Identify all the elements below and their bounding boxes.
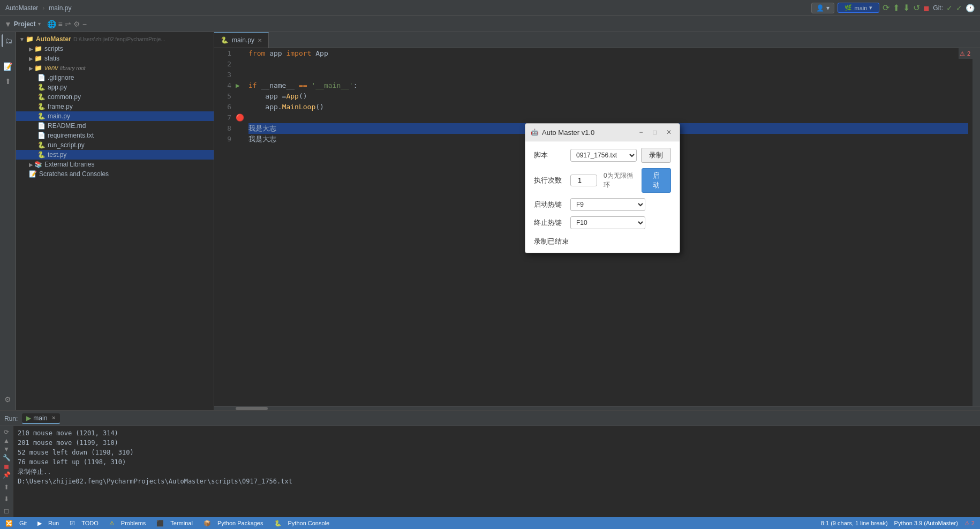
console-line-2: 201 mouse move (1199, 310)	[18, 438, 976, 448]
status-packages-icon[interactable]: 📦	[203, 520, 211, 527]
status-git-icon[interactable]: 🔀	[5, 520, 13, 527]
tree-item-readme[interactable]: 📄 README.md	[16, 121, 214, 131]
settings-icon[interactable]: ⚙	[73, 20, 80, 28]
root-chevron: ▼	[19, 36, 25, 42]
code-line-1: from app import App	[248, 48, 968, 59]
tree-item-scripts[interactable]: ▶ 📁 scripts	[16, 44, 214, 54]
dialog-exec-hint: 0为无限循环	[604, 171, 637, 190]
tab-bar: 🐍 main.py ✕	[214, 32, 980, 48]
status-python: Python 3.9 (AutoMaster)	[894, 520, 958, 527]
app-py-icon: 🐍	[37, 84, 46, 91]
gutter-icons: ▶ 🔴	[236, 48, 244, 406]
editor-tab-main[interactable]: 🐍 main.py ✕	[214, 32, 269, 48]
refresh-icon[interactable]: ↺	[913, 3, 920, 13]
common-py-label: common.py	[48, 93, 81, 101]
scratches-label: Scratches and Consoles	[39, 170, 109, 178]
stop-icon[interactable]: ◼	[923, 4, 930, 12]
project-label[interactable]: Project	[14, 20, 36, 28]
code-line-3	[248, 70, 968, 80]
toolbar: ▼ Project ▾ 🌐 ≡ ⇌ ⚙ −	[0, 16, 980, 32]
dialog-maximize-btn[interactable]: □	[650, 127, 660, 138]
statis-label: statis	[44, 55, 59, 62]
dialog-record-btn[interactable]: 录制	[641, 148, 671, 163]
status-run-icon[interactable]: ▶	[37, 520, 42, 527]
build-icon[interactable]: ⬆	[893, 3, 900, 13]
console-more-down[interactable]: ⬇	[1, 494, 12, 504]
console-rerun-btn[interactable]: ⟳	[1, 428, 12, 436]
bottom-tab-run[interactable]: ▶ main ✕	[22, 413, 60, 424]
dialog-stop-hotkey-select[interactable]: F1F2F3F4 F5F6F7F8 F9F10F11F12	[570, 216, 645, 229]
download-icon[interactable]: ⬇	[903, 3, 910, 13]
app-name: AutoMaster	[5, 4, 38, 12]
run-script-label: run_script.py	[48, 141, 85, 149]
console-scroll-down-btn[interactable]: ▼	[1, 445, 12, 453]
status-todo-icon[interactable]: ☑	[70, 520, 75, 527]
dialog-script-row: 脚本 0917_1756.txt 0917_1800.txt custom.tx…	[534, 148, 671, 163]
file-tree: ▼ 📁 AutoMaster D:\Users\zhijie02.feng\Py…	[16, 32, 214, 410]
console-pin-btn[interactable]: 📌	[1, 471, 12, 479]
error-counter: ⚠ 2	[959, 48, 980, 59]
dialog-start-hotkey-select[interactable]: F1F2F3F4 F5F6F7F8 F9F10F11F12	[570, 198, 645, 211]
run-line4-btn[interactable]: ▶	[236, 80, 244, 91]
pull-requests-icon[interactable]: ⬆	[2, 75, 14, 88]
scrollbar-thumb	[236, 407, 268, 410]
editor-scrollbar-x[interactable]	[214, 406, 980, 410]
dialog-close-btn[interactable]: ✕	[664, 127, 674, 138]
project-activity-icon[interactable]: 🗂	[2, 34, 14, 47]
tree-item-statis[interactable]: ▶ 📁 statis	[16, 54, 214, 63]
tree-item-gitignore[interactable]: 📄 .gitignore	[16, 73, 214, 82]
scripts-label: scripts	[44, 45, 63, 52]
tree-item-app[interactable]: 🐍 app.py	[16, 82, 214, 92]
user-menu[interactable]: 👤 ▾	[811, 3, 834, 13]
project-dropdown-icon[interactable]: ▼	[4, 20, 12, 28]
dialog-stop-hotkey-row: 终止热键 F1F2F3F4 F5F6F7F8 F9F10F11F12	[534, 216, 671, 229]
status-console-icon[interactable]: 🐍	[274, 520, 282, 527]
dialog-title-icon: 🤖	[531, 129, 539, 136]
tree-item-common[interactable]: 🐍 common.py	[16, 92, 214, 102]
branch-selector[interactable]: 🌿 main ▾	[838, 3, 879, 13]
run-tab-label: main	[33, 414, 47, 422]
tree-item-external[interactable]: ▶ 📚 External Libraries	[16, 160, 214, 169]
filter-icon[interactable]: ⇌	[65, 20, 71, 28]
dialog-exec-input[interactable]	[570, 175, 597, 186]
branch-icon: 🌿	[845, 4, 852, 11]
console-more-up[interactable]: ⬆	[1, 482, 12, 493]
code-line-6: app.MainLoop()	[248, 102, 968, 112]
console-stop-btn[interactable]: ◼	[1, 463, 12, 470]
commit-activity-icon[interactable]: 📝	[2, 60, 14, 73]
code-line-4: if __name__ == '__main__':	[248, 80, 968, 91]
dialog-start-btn[interactable]: 启动	[642, 168, 671, 193]
dialog-script-select[interactable]: 0917_1756.txt 0917_1800.txt custom.txt	[570, 149, 637, 162]
tree-item-requirements[interactable]: 📄 requirements.txt	[16, 131, 214, 140]
main-py-label: main.py	[48, 112, 70, 120]
console-content: 210 mouse move (1201, 314) 201 mouse mov…	[13, 426, 980, 517]
settings-activity-icon[interactable]: ⚙	[2, 393, 14, 406]
locate-icon[interactable]: 🌐	[47, 20, 56, 28]
dialog-stop-hotkey-label: 终止热键	[534, 218, 566, 228]
tree-root[interactable]: ▼ 📁 AutoMaster D:\Users\zhijie02.feng\Py…	[16, 34, 214, 44]
tree-item-venv[interactable]: ▶ 📁 venv library root	[16, 63, 214, 73]
user-chevron: ▾	[826, 4, 830, 12]
tab-close-btn[interactable]: ✕	[258, 37, 262, 43]
venv-chevron: ▶	[29, 65, 33, 71]
git-clock: 🕐	[966, 4, 975, 12]
update-icon[interactable]: ⟳	[883, 3, 889, 13]
tree-item-test[interactable]: 🐍 test.py	[16, 150, 214, 160]
tree-item-scratches[interactable]: 📝 Scratches and Consoles	[16, 169, 214, 179]
toolbar-minus-icon[interactable]: −	[82, 20, 87, 28]
console-expand-btn[interactable]: ◻	[1, 505, 12, 516]
tree-item-main[interactable]: 🐍 main.py	[16, 111, 214, 121]
collapse-icon[interactable]: ≡	[58, 20, 63, 28]
console-line-3: 52 mouse left down (1198, 310)	[18, 448, 976, 457]
status-terminal-icon[interactable]: ⬛	[156, 520, 164, 527]
console-tool-btn[interactable]: 🔧	[1, 454, 12, 462]
dialog-minimize-btn[interactable]: −	[636, 127, 646, 138]
status-error-icon: ⚠ 2	[964, 520, 975, 527]
test-py-label: test.py	[48, 151, 66, 158]
status-warning-icon[interactable]: ⚠	[109, 520, 115, 527]
tree-item-frame[interactable]: 🐍 frame.py	[16, 102, 214, 111]
run-tab-close[interactable]: ✕	[51, 415, 56, 421]
console-scroll-up-btn[interactable]: ▲	[1, 437, 12, 444]
test-py-icon: 🐍	[37, 151, 46, 158]
tree-item-run-script[interactable]: 🐍 run_script.py	[16, 140, 214, 150]
